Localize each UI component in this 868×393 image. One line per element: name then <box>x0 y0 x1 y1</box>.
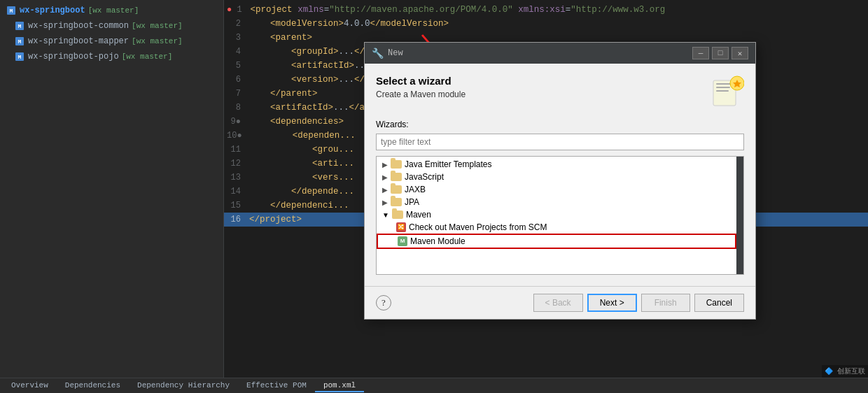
list-scrollbar[interactable] <box>736 157 743 274</box>
dialog-titlebar: 🔧 New — □ ✕ <box>365 43 755 64</box>
footer-right: < Back Next > Finish Cancel <box>533 294 744 312</box>
svg-text:M: M <box>10 8 13 14</box>
tree-item-label-4: wx-springboot-pojo <box>28 52 119 62</box>
code-editor-panel: ● 1 <project xmlns="http://maven.apache.… <box>224 0 868 378</box>
footer-left: ? <box>376 295 391 310</box>
dialog-body: Select a wizard Create a Maven module <box>365 64 755 286</box>
minimize-button[interactable]: — <box>692 47 709 59</box>
tree-item-tag-4: [wx master] <box>122 52 173 61</box>
finish-button[interactable]: Finish <box>641 294 690 312</box>
chevron-icon-3: ▶ <box>382 186 388 194</box>
wizard-item-maven[interactable]: ▼ Maven <box>377 208 736 221</box>
tree-item-label-3: wx-springboot-mapper <box>28 36 129 46</box>
close-button[interactable]: ✕ <box>732 47 748 59</box>
tree-item-wxspringboot-pojo[interactable]: M wx-springboot-pojo [wx master] <box>0 49 223 64</box>
wizard-item-label-2: JavaScript <box>405 172 444 182</box>
tree-item-wxspringboot-common[interactable]: M wx-springboot-common [wx master] <box>0 18 223 34</box>
wizard-item-jpa[interactable]: ▶ JPA <box>377 196 736 208</box>
wizard-item-label: Java Emitter Templates <box>405 159 492 169</box>
maximize-button[interactable]: □ <box>712 47 729 59</box>
maven-module-icon: M <box>398 236 407 246</box>
help-button[interactable]: ? <box>376 295 391 310</box>
dialog-header: Select a wizard Create a Maven module <box>376 75 744 108</box>
dialog-title-area: 🔧 New <box>372 48 403 59</box>
bottom-tab-bar: Overview Dependencies Dependency Hierarc… <box>0 378 868 393</box>
folder-icon <box>391 160 402 169</box>
chevron-icon: ▶ <box>382 161 388 169</box>
back-button[interactable]: < Back <box>533 294 583 312</box>
project-icon-4: M <box>14 51 25 62</box>
folder-icon-4 <box>391 198 402 206</box>
wizard-item-label-5: Maven <box>406 210 431 220</box>
project-icon-2: M <box>14 20 25 31</box>
wizard-list[interactable]: ▶ Java Emitter Templates ▶ JavaScript <box>377 157 736 274</box>
tree-item-tag-3: [wx master] <box>132 37 183 45</box>
wizards-label: Wizards: <box>376 120 744 129</box>
svg-text:M: M <box>18 38 22 45</box>
code-line-1: ● 1 <project xmlns="http://maven.apache.… <box>224 3 868 17</box>
wizard-item-jaxb[interactable]: ▶ JAXB <box>377 183 736 196</box>
tree-item-tag: [wx master] <box>88 6 139 15</box>
chevron-icon-5: ▼ <box>382 211 389 219</box>
tree-item-wxspringboot[interactable]: M wx-springboot [wx master] <box>0 3 223 18</box>
tree-item-label: wx-springboot <box>20 6 85 15</box>
dialog-title-text: New <box>388 48 403 58</box>
folder-icon-5 <box>392 210 403 219</box>
code-line-2: 2 <modelVersion>4.0.0</modelVersion> <box>224 17 868 31</box>
wizard-item-scm[interactable]: 🔀 Check out Maven Projects from SCM <box>377 221 736 234</box>
chevron-icon-2: ▶ <box>382 173 388 181</box>
wizard-item-label-6: Check out Maven Projects from SCM <box>409 222 547 232</box>
new-wizard-dialog: 🔧 New — □ ✕ Select a wizard Create a Mav… <box>364 42 756 320</box>
wizard-item-maven-module[interactable]: M Maven Module <box>377 234 736 249</box>
dialog-footer: ? < Back Next > Finish Cancel <box>365 286 755 319</box>
wizard-item-java-emitter[interactable]: ▶ Java Emitter Templates <box>377 158 736 171</box>
chevron-icon-4: ▶ <box>382 199 388 206</box>
svg-text:M: M <box>18 23 22 29</box>
folder-icon-3 <box>391 185 402 194</box>
wizard-item-label-3: JAXB <box>405 185 426 194</box>
wizard-item-javascript[interactable]: ▶ JavaScript <box>377 171 736 183</box>
wizard-item-label-4: JPA <box>405 197 419 207</box>
dialog-wizard-icon <box>710 75 744 108</box>
tree-item-wxspringboot-mapper[interactable]: M wx-springboot-mapper [wx master] <box>0 34 223 49</box>
tab-effective-pom[interactable]: Effective POM <box>238 380 315 392</box>
dialog-controls: — □ ✕ <box>692 47 748 59</box>
project-tree: M wx-springboot [wx master] M wx-springb… <box>0 0 224 378</box>
scm-icon: 🔀 <box>396 222 406 232</box>
dialog-header-title: Select a wizard <box>376 75 465 87</box>
dialog-header-text: Select a wizard Create a Maven module <box>376 75 465 99</box>
dialog-header-subtitle: Create a Maven module <box>376 90 465 99</box>
tree-item-tag-2: [wx master] <box>132 22 183 30</box>
tab-overview[interactable]: Overview <box>3 380 57 392</box>
tab-dependency-hierarchy[interactable]: Dependency Hierarchy <box>129 380 238 392</box>
project-icon: M <box>6 5 17 16</box>
wizard-list-container: ▶ Java Emitter Templates ▶ JavaScript <box>376 156 744 275</box>
svg-rect-12 <box>716 87 730 88</box>
folder-icon-2 <box>391 173 402 181</box>
svg-text:M: M <box>18 54 22 60</box>
filter-input[interactable] <box>376 134 744 150</box>
wizard-item-label-7: Maven Module <box>410 236 465 246</box>
project-icon-3: M <box>14 36 25 47</box>
next-button[interactable]: Next > <box>587 294 637 312</box>
tab-pom-xml[interactable]: pom.xml <box>315 380 364 392</box>
svg-rect-13 <box>716 90 729 92</box>
dialog-icon: 🔧 <box>372 48 384 59</box>
tree-item-label-2: wx-springboot-common <box>28 21 129 31</box>
tab-dependencies[interactable]: Dependencies <box>57 380 129 392</box>
cancel-button[interactable]: Cancel <box>694 294 744 312</box>
watermark: 🔷 创新互联 <box>822 365 868 378</box>
